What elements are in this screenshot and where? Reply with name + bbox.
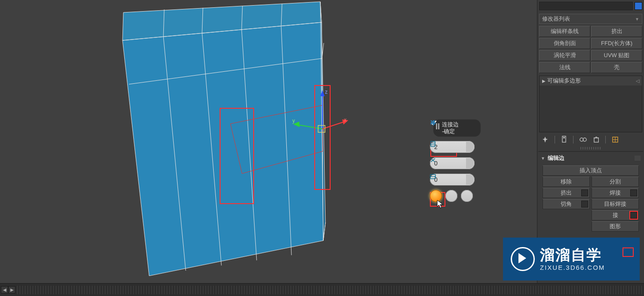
caddy-ok-button[interactable]: [430, 190, 442, 202]
pin-icon[interactable]: [542, 136, 549, 143]
pinch-spinner[interactable]: 0: [430, 157, 475, 169]
quick-normal[interactable]: 法线: [539, 62, 590, 73]
stack-end-icon: ◁: [636, 78, 639, 84]
svg-rect-36: [563, 137, 565, 138]
connect-button-partial[interactable]: 接: [592, 210, 639, 220]
weld-button[interactable]: 焊接: [592, 188, 639, 198]
weld-settings-icon[interactable]: [630, 189, 637, 196]
svg-line-20: [322, 122, 345, 129]
caddy-title-line1: 连接边: [442, 121, 478, 128]
chamfer-settings-icon[interactable]: [581, 201, 588, 208]
box-object[interactable]: [123, 2, 325, 276]
gizmo-label-y: y: [292, 118, 295, 124]
remove-modifier-icon[interactable]: [593, 136, 599, 143]
svg-rect-25: [431, 141, 435, 146]
svg-rect-39: [594, 138, 598, 142]
rollout-grip-icon: [635, 156, 641, 160]
target-weld-button[interactable]: 目标焊接: [592, 199, 639, 209]
configure-icon[interactable]: [612, 136, 619, 143]
chamfer-button[interactable]: 切角: [543, 199, 590, 209]
caddy-cancel-button[interactable]: [461, 190, 473, 202]
quick-ffd-box[interactable]: FFD(长方体): [591, 38, 642, 49]
quick-edit-spline[interactable]: 编辑样条线: [539, 26, 590, 37]
slide-spinner[interactable]: 0: [430, 174, 475, 186]
caddy-title[interactable]: 连接边 -确定: [433, 119, 481, 137]
modifier-list-label: 修改器列表: [542, 15, 570, 23]
stack-item-label: 可编辑多边形: [547, 77, 581, 85]
chevron-down-icon: ▼: [635, 17, 639, 21]
rollout-header[interactable]: ▼ 编辑边: [538, 152, 643, 165]
segments-spinner[interactable]: 2: [430, 141, 475, 153]
scroll-left-icon[interactable]: ◀: [1, 286, 8, 293]
spinner-arrows[interactable]: [466, 158, 474, 168]
viewport[interactable]: x y z 连接边 -确定 2 0: [0, 0, 528, 284]
extrude-settings-icon[interactable]: [581, 189, 588, 196]
connect-settings-icon[interactable]: [630, 212, 637, 219]
object-name-field[interactable]: [539, 2, 633, 10]
caddy-apply-button[interactable]: [445, 190, 457, 202]
slide-icon: [430, 174, 436, 180]
quick-uvw-map[interactable]: UVW 贴图: [591, 50, 642, 61]
modifier-list-dropdown[interactable]: 修改器列表 ▼: [539, 14, 642, 24]
scroll-right-icon[interactable]: ▶: [8, 286, 15, 293]
connect-edges-caddy: 连接边 -确定 2 0 0: [430, 119, 477, 202]
quick-chamfer-profile[interactable]: 倒角剖面: [539, 38, 590, 49]
expand-icon: ▶: [542, 79, 547, 83]
time-ticks: [17, 286, 642, 294]
remove-button[interactable]: 移除: [543, 177, 590, 187]
quick-extrude[interactable]: 挤出: [591, 26, 642, 37]
split-button[interactable]: 分割: [592, 177, 639, 187]
caddy-title-line2: -确定: [442, 128, 478, 135]
show-end-result-icon[interactable]: [561, 136, 567, 143]
panel-grip[interactable]: [580, 147, 601, 150]
modifier-stack[interactable]: ▶ 可编辑多边形 ◁: [539, 76, 642, 132]
segments-icon: [430, 141, 436, 147]
spinner-arrows[interactable]: [466, 174, 474, 185]
object-color-swatch[interactable]: [635, 2, 642, 10]
edit-edges-rollout: ▼ 编辑边 插入顶点 移除 分割 挤出 焊接 切角: [538, 151, 643, 232]
modify-panel: 修改器列表 ▼ 编辑样条线 挤出 倒角剖面 FFD(长方体) 涡轮平滑 UVW …: [537, 0, 644, 284]
gizmo-label-z: z: [325, 89, 328, 95]
quick-shell[interactable]: 壳: [591, 62, 642, 73]
make-unique-icon[interactable]: [580, 136, 587, 143]
create-shape-button-partial[interactable]: 图形: [592, 221, 639, 232]
stack-toolbar: [537, 132, 644, 146]
gizmo-label-x: x: [344, 117, 347, 123]
insert-vertex-button[interactable]: 插入顶点: [543, 165, 639, 176]
svg-marker-3: [123, 22, 323, 276]
pinch-icon: [430, 157, 436, 163]
time-slider-strip[interactable]: ◀ ▶: [0, 283, 644, 296]
quick-turbosmooth[interactable]: 涡轮平滑: [539, 50, 590, 61]
collapse-icon: ▼: [541, 156, 545, 161]
spinner-arrows[interactable]: [466, 142, 474, 152]
close-icon: [430, 119, 436, 125]
stack-item-editable-poly[interactable]: ▶ 可编辑多边形 ◁: [540, 76, 642, 85]
extrude-button[interactable]: 挤出: [543, 188, 590, 198]
rollout-title: 编辑边: [548, 154, 564, 162]
